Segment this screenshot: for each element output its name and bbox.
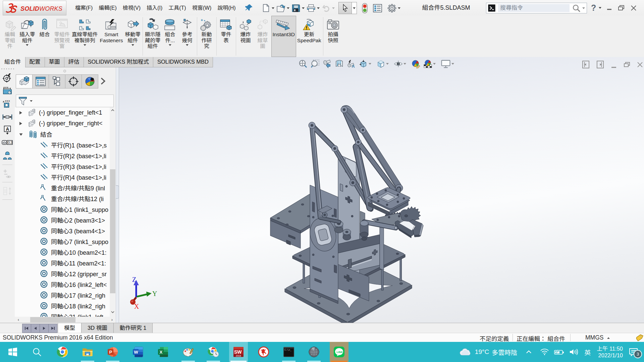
caret-icon[interactable] xyxy=(369,63,371,65)
tree-item[interactable]: 同軸心10 (beam2<1: xyxy=(15,247,110,257)
tree-item-label[interactable]: 平行(R)3 (base<1>,li xyxy=(51,162,106,171)
view-annotations-icon[interactable] xyxy=(347,59,356,68)
doc-minimize-icon[interactable] xyxy=(611,64,617,68)
command-tab-1[interactable]: 配置 xyxy=(25,57,45,67)
close-button[interactable] xyxy=(631,5,637,11)
tab-next-icon[interactable] xyxy=(40,324,49,333)
caret-icon[interactable] xyxy=(451,63,454,65)
print-doc-button[interactable] xyxy=(306,2,321,14)
ribbon-snapshot-button[interactable]: 拍攝快照 xyxy=(324,16,341,57)
tree-item[interactable]: 平行(R)2 (base<1>,li xyxy=(15,150,110,161)
tree-item[interactable]: 同軸心1 (link1_suppo xyxy=(15,204,110,215)
doc-tab-1[interactable]: 3D 視圖 xyxy=(81,323,114,333)
tree-item-label[interactable]: 同軸心21 (link1_left xyxy=(51,312,103,317)
taskbar-line-app[interactable] xyxy=(330,342,348,362)
tree-item[interactable]: 平行(R)1 (base<1>,s xyxy=(15,139,110,150)
weather-icon[interactable] xyxy=(458,347,472,357)
tray-temperature[interactable]: 19°C xyxy=(475,348,489,356)
search-caret-icon[interactable] xyxy=(582,7,585,9)
caret-icon[interactable] xyxy=(26,44,29,46)
contact-icon[interactable] xyxy=(2,149,12,163)
caret-icon[interactable] xyxy=(169,44,171,46)
ribbon-mate-button[interactable]: 結合 xyxy=(36,16,53,57)
taskbar-paint[interactable] xyxy=(179,342,198,362)
taskbar-windows-search[interactable] xyxy=(28,342,46,362)
tree-item-label[interactable]: 同軸心16 (link2_left< xyxy=(51,280,107,289)
tree-item-label[interactable]: 同軸心18 (link2_righ xyxy=(51,301,105,310)
tray-input-language[interactable]: 英 xyxy=(584,348,591,357)
tray-clock[interactable]: 上午 11:50 2022/1/10 xyxy=(597,345,623,359)
tab-prev-icon[interactable] xyxy=(31,324,40,333)
tree-item-label[interactable]: 結合 xyxy=(40,130,52,138)
ribbon-smart-fasteners-button[interactable]: SmartFasteners xyxy=(99,16,124,57)
command-search[interactable]: 搜尋指令 xyxy=(486,3,587,13)
expand-icon[interactable] xyxy=(19,111,28,115)
annotation-a-icon[interactable] xyxy=(2,123,12,136)
ribbon-assembly-features-button[interactable]: 組合件... xyxy=(162,16,179,57)
taskbar-excel[interactable] xyxy=(154,342,172,362)
scrollbar-thumb[interactable] xyxy=(30,317,75,322)
collapse-left-pane-icon[interactable] xyxy=(582,60,590,69)
tree-item-label[interactable]: 同軸心17 (link2_righ xyxy=(51,291,105,299)
tree-item-label[interactable]: 平行(R)1 (base<1>,s xyxy=(51,140,107,149)
command-tab-5[interactable]: SOLIDWORKS MBD xyxy=(153,57,213,67)
tab-first-icon[interactable] xyxy=(22,324,31,333)
tree-item[interactable]: 同軸心21 (link1_left xyxy=(15,311,110,317)
command-tab-4[interactable]: SOLIDWORKS 附加程式 xyxy=(84,57,153,67)
taskbar-red-dancer[interactable] xyxy=(254,342,273,362)
panel-tab-configmanager[interactable] xyxy=(49,74,65,88)
taskbar-windows-start[interactable] xyxy=(3,342,22,362)
tab-last-icon[interactable] xyxy=(48,324,57,333)
zoom-fit-icon[interactable] xyxy=(299,59,308,68)
tree-item[interactable]: 同軸心16 (link2_left< xyxy=(15,279,110,290)
motor-icon[interactable] xyxy=(2,71,12,84)
caret-icon[interactable] xyxy=(84,44,86,46)
tree-item[interactable]: (-) gripper_finger_right< xyxy=(15,118,110,129)
panel-tab-featuremanager[interactable] xyxy=(16,74,33,88)
caret-icon[interactable] xyxy=(433,63,436,65)
ribbon-reference-geometry-button[interactable]: 參考幾何 xyxy=(179,16,196,57)
tree-item[interactable]: 同軸心11 (beam2<1: xyxy=(15,257,110,268)
tree-item[interactable]: 同軸心17 (link2_righ xyxy=(15,290,110,300)
notification-icon[interactable]: 3 xyxy=(629,348,638,356)
tree-item-label[interactable]: (-) gripper_finger_right< xyxy=(39,120,103,127)
expand-icon[interactable] xyxy=(19,121,28,126)
caret-icon[interactable] xyxy=(317,7,320,9)
tree-vertical-scrollbar[interactable] xyxy=(110,107,116,317)
taskbar-powerpoint[interactable] xyxy=(103,342,122,362)
tree-item-label[interactable]: (-) gripper_finger_left<1 xyxy=(39,109,102,116)
ribbon-explode-sketch-button[interactable]: 爆炸線草圖 xyxy=(254,16,271,57)
tree-item-label[interactable]: 重合/共線/共點9 (linl xyxy=(51,183,105,192)
command-tab-2[interactable]: 草圖 xyxy=(45,57,64,67)
tree-item[interactable]: 同軸心12 (gripper_sr xyxy=(15,268,110,279)
minimize-button[interactable] xyxy=(606,5,612,11)
taskbar-terminal[interactable] xyxy=(279,342,298,362)
tree-item[interactable]: 結合 xyxy=(15,129,110,139)
search-input[interactable]: 搜尋指令 xyxy=(498,4,570,12)
scrollbar-thumb[interactable] xyxy=(110,169,115,293)
caret-icon[interactable] xyxy=(332,7,335,9)
linear-actuator-icon[interactable] xyxy=(2,84,12,97)
undo-button[interactable] xyxy=(321,2,336,14)
taskbar-chrome[interactable] xyxy=(53,342,72,362)
tree-filter[interactable] xyxy=(16,95,114,107)
tree-item[interactable]: (-) gripper_finger_left<1 xyxy=(15,107,110,118)
tree-horizontal-scrollbar[interactable]: ‹ › xyxy=(15,317,116,323)
command-tab-0[interactable]: 組合件 xyxy=(0,57,25,67)
battery-icon[interactable] xyxy=(554,349,564,355)
robot-arm-3d-model[interactable] xyxy=(118,57,644,323)
wifi-icon[interactable] xyxy=(540,349,549,355)
tree-item[interactable]: 平行(R)3 (base<1>,li xyxy=(15,161,110,172)
tray-chevron-up-icon[interactable] xyxy=(526,349,532,355)
edit-appearance-icon[interactable] xyxy=(411,59,420,68)
menu-file[interactable]: 檔案(F) xyxy=(72,0,96,16)
restore-button[interactable] xyxy=(618,5,625,11)
vertical-dimension-icon[interactable] xyxy=(2,184,12,197)
help-icon[interactable]: ? xyxy=(591,3,596,13)
taskbar-solidworks-2016[interactable] xyxy=(229,342,248,362)
caret-icon[interactable] xyxy=(302,7,305,9)
panel-tabs-expand-icon[interactable] xyxy=(98,74,108,88)
caret-icon[interactable] xyxy=(287,7,289,9)
open-doc-button[interactable] xyxy=(276,2,291,14)
tree-item-label[interactable]: 同軸心7 (link1_suppo xyxy=(51,237,108,246)
